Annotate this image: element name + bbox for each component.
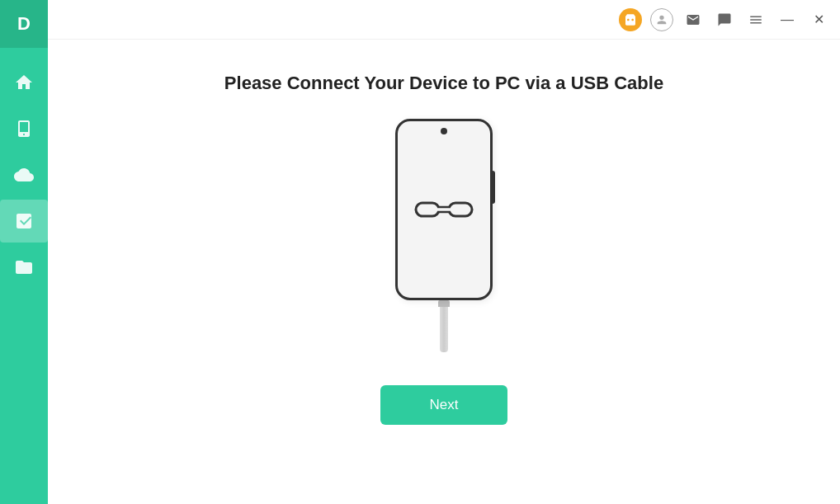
content-area: Please Connect Your Device to PC via a U…: [48, 40, 840, 504]
sidebar-item-files[interactable]: [0, 246, 48, 289]
svg-rect-1: [449, 203, 472, 216]
cable-body: [440, 307, 448, 352]
phone-icon: [14, 119, 34, 139]
mail-icon[interactable]: [682, 8, 705, 31]
main-content: — ✕ Please Connect Your Device to PC via…: [48, 0, 840, 504]
titlebar: — ✕: [48, 0, 840, 40]
logo-text: D: [17, 13, 31, 35]
minimize-button[interactable]: —: [776, 8, 799, 31]
app-logo[interactable]: D: [0, 0, 48, 48]
cart-icon[interactable]: [619, 8, 642, 31]
link-icon: [414, 195, 474, 224]
svg-rect-0: [416, 203, 439, 216]
phone-illustration: [395, 119, 493, 352]
sidebar-item-device[interactable]: [0, 107, 48, 150]
page-title: Please Connect Your Device to PC via a U…: [224, 73, 663, 94]
user-icon[interactable]: [650, 8, 673, 31]
phone-body: [395, 119, 493, 300]
folder-icon: [14, 257, 34, 277]
next-button[interactable]: Next: [380, 385, 508, 425]
menu-icon[interactable]: [744, 8, 767, 31]
home-icon: [14, 73, 34, 92]
cloud-icon: [14, 165, 34, 185]
phone-notch: [441, 128, 447, 134]
sidebar-item-backup[interactable]: [0, 153, 48, 196]
usb-cable: [438, 300, 450, 352]
cable-top-connector: [438, 300, 450, 307]
repair-icon: [14, 211, 34, 231]
close-button[interactable]: ✕: [807, 8, 830, 31]
sidebar-nav: [0, 61, 48, 289]
sidebar-item-home[interactable]: [0, 61, 48, 104]
phone-side-button: [491, 171, 495, 204]
chat-icon[interactable]: [713, 8, 736, 31]
sidebar-item-repair[interactable]: [0, 200, 48, 243]
sidebar: D: [0, 0, 48, 504]
